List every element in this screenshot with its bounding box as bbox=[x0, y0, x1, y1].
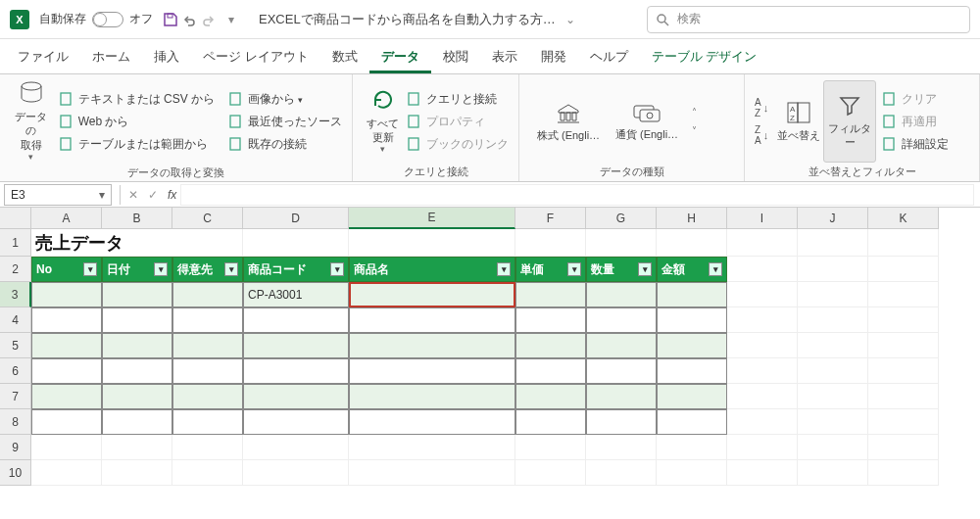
cell-J1[interactable] bbox=[798, 229, 868, 257]
select-all-corner[interactable] bbox=[0, 208, 31, 229]
cell-G1[interactable] bbox=[586, 229, 657, 257]
cell-G2[interactable]: 数量▾ bbox=[586, 257, 657, 282]
cell-B3[interactable] bbox=[102, 282, 172, 307]
cell-D2[interactable]: 商品コード▾ bbox=[243, 257, 349, 282]
tab-ヘルプ[interactable]: ヘルプ bbox=[578, 42, 640, 73]
cell-B5[interactable] bbox=[102, 333, 172, 358]
tab-テーブル デザイン[interactable]: テーブル デザイン bbox=[640, 42, 769, 73]
cell-K2[interactable] bbox=[868, 257, 939, 282]
cell-H2[interactable]: 金額▾ bbox=[657, 257, 727, 282]
cell-J7[interactable] bbox=[798, 384, 868, 409]
cell-H4[interactable] bbox=[657, 307, 727, 333]
cell-J9[interactable] bbox=[798, 435, 868, 460]
cell-K6[interactable] bbox=[868, 358, 939, 384]
cell-C10[interactable] bbox=[172, 460, 243, 486]
cell-K5[interactable] bbox=[868, 333, 939, 358]
cell-A7[interactable] bbox=[31, 384, 102, 409]
cell-I10[interactable] bbox=[727, 460, 798, 486]
cell-I1[interactable] bbox=[727, 229, 798, 257]
cell-I9[interactable] bbox=[727, 435, 798, 460]
cell-G7[interactable] bbox=[586, 384, 657, 409]
cell-E3[interactable] bbox=[349, 282, 515, 307]
cell-H7[interactable] bbox=[657, 384, 727, 409]
cell-G10[interactable] bbox=[586, 460, 657, 486]
row-header-8[interactable]: 8 bbox=[0, 409, 31, 435]
cell-F5[interactable] bbox=[515, 333, 586, 358]
sort-button[interactable]: AZ 並べ替え bbox=[774, 80, 823, 163]
cell-C5[interactable] bbox=[172, 333, 243, 358]
cell-D3[interactable]: CP-A3001 bbox=[243, 282, 349, 307]
cell-J4[interactable] bbox=[798, 307, 868, 333]
cell-H5[interactable] bbox=[657, 333, 727, 358]
cell-H8[interactable] bbox=[657, 409, 727, 435]
cell-H6[interactable] bbox=[657, 358, 727, 384]
cell-E7[interactable] bbox=[349, 384, 515, 409]
cell-B10[interactable] bbox=[102, 460, 172, 486]
tab-数式[interactable]: 数式 bbox=[320, 42, 369, 73]
cell-E6[interactable] bbox=[349, 358, 515, 384]
cell-A4[interactable] bbox=[31, 307, 102, 333]
name-box[interactable]: E3 ▾ bbox=[4, 184, 112, 206]
col-header-E[interactable]: E bbox=[349, 208, 515, 229]
cell-D7[interactable] bbox=[243, 384, 349, 409]
cell-C6[interactable] bbox=[172, 358, 243, 384]
refresh-all-button[interactable]: すべて 更新 ▾ bbox=[363, 80, 403, 163]
cell-I5[interactable] bbox=[727, 333, 798, 358]
cell-I3[interactable] bbox=[727, 282, 798, 307]
row-header-6[interactable]: 6 bbox=[0, 358, 31, 384]
cell-G9[interactable] bbox=[586, 435, 657, 460]
col-header-F[interactable]: F bbox=[515, 208, 586, 229]
cell-I2[interactable] bbox=[727, 257, 798, 282]
cell-F3[interactable] bbox=[515, 282, 586, 307]
tab-開発[interactable]: 開発 bbox=[529, 42, 578, 73]
cell-B4[interactable] bbox=[102, 307, 172, 333]
cell-K3[interactable] bbox=[868, 282, 939, 307]
cell-A9[interactable] bbox=[31, 435, 102, 460]
ribbon-item[interactable]: ブックのリンク bbox=[407, 136, 509, 153]
cell-F7[interactable] bbox=[515, 384, 586, 409]
ribbon-item[interactable]: クエリと接続 bbox=[407, 91, 509, 108]
cell-J5[interactable] bbox=[798, 333, 868, 358]
ribbon-item[interactable]: 最近使ったソース bbox=[228, 114, 342, 130]
stocks-button[interactable]: 株式 (Engli… bbox=[529, 101, 608, 142]
cell-F1[interactable] bbox=[515, 229, 586, 257]
datatypes-more[interactable]: ˄ ˅ bbox=[692, 107, 697, 136]
fx-icon[interactable]: fx bbox=[168, 188, 176, 202]
filter-dropdown-icon[interactable]: ▾ bbox=[497, 262, 511, 276]
cell-C8[interactable] bbox=[172, 409, 243, 435]
cell-C9[interactable] bbox=[172, 435, 243, 460]
cell-F8[interactable] bbox=[515, 409, 586, 435]
row-header-1[interactable]: 1 bbox=[0, 229, 31, 257]
cell-A6[interactable] bbox=[31, 358, 102, 384]
cell-B2[interactable]: 日付▾ bbox=[102, 257, 172, 282]
cell-F4[interactable] bbox=[515, 307, 586, 333]
ribbon-item[interactable]: 既存の接続 bbox=[228, 136, 342, 153]
cell-F6[interactable] bbox=[515, 358, 586, 384]
cell-J6[interactable] bbox=[798, 358, 868, 384]
cell-B7[interactable] bbox=[102, 384, 172, 409]
cell-A5[interactable] bbox=[31, 333, 102, 358]
cell-C4[interactable] bbox=[172, 307, 243, 333]
cell-C7[interactable] bbox=[172, 384, 243, 409]
col-header-A[interactable]: A bbox=[31, 208, 102, 229]
filter-dropdown-icon[interactable]: ▾ bbox=[154, 262, 168, 276]
col-header-C[interactable]: C bbox=[172, 208, 243, 229]
filter-dropdown-icon[interactable]: ▾ bbox=[709, 262, 722, 276]
row-header-5[interactable]: 5 bbox=[0, 333, 31, 358]
worksheet-grid[interactable]: ABCDEFGHIJK 1売上データ2No▾日付▾得意先▾商品コード▾商品名▾単… bbox=[0, 208, 980, 486]
ribbon-item[interactable]: テキストまたは CSV から bbox=[59, 91, 215, 108]
cell-H10[interactable] bbox=[657, 460, 727, 486]
chevron-down-icon[interactable]: ▾ bbox=[99, 188, 105, 202]
ribbon-item[interactable]: Web から bbox=[59, 114, 215, 130]
col-header-G[interactable]: G bbox=[586, 208, 657, 229]
cell-A3[interactable] bbox=[31, 282, 102, 307]
redo-icon[interactable] bbox=[202, 13, 221, 26]
filter-dropdown-icon[interactable]: ▾ bbox=[224, 262, 238, 276]
tab-ページ レイアウト[interactable]: ページ レイアウト bbox=[191, 42, 320, 73]
cell-E4[interactable] bbox=[349, 307, 515, 333]
sort-asc-button[interactable]: AZ↓ bbox=[755, 97, 768, 118]
cell-K4[interactable] bbox=[868, 307, 939, 333]
quickaccess-more-icon[interactable]: ▾ bbox=[221, 13, 241, 26]
undo-icon[interactable] bbox=[182, 13, 202, 26]
cell-A10[interactable] bbox=[31, 460, 102, 486]
